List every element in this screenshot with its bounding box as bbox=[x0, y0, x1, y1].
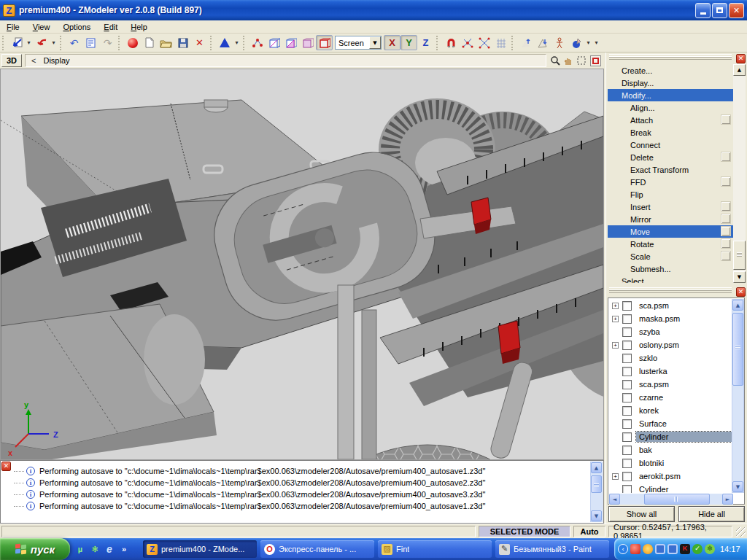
part-checkbox[interactable]: ✓ bbox=[622, 341, 632, 350]
unweld-vertices-button[interactable] bbox=[476, 35, 492, 50]
hide-all-button[interactable]: Hide all bbox=[678, 506, 745, 522]
tray-collapse-icon[interactable]: ‹ bbox=[618, 544, 628, 554]
part-checkbox[interactable]: ✓ bbox=[622, 393, 632, 402]
command-option-box[interactable] bbox=[721, 252, 730, 260]
delete-button[interactable]: ✕ bbox=[191, 35, 208, 50]
part-label[interactable]: maska.psm bbox=[636, 314, 733, 324]
part-item[interactable]: +✓aerokit.psm bbox=[609, 470, 733, 483]
select-region-icon[interactable] bbox=[576, 55, 587, 66]
scroll-left-icon[interactable]: ◄ bbox=[609, 494, 620, 505]
open-file-button[interactable] bbox=[158, 35, 174, 50]
start-button[interactable]: пуск bbox=[0, 538, 70, 560]
view-mode-button[interactable]: 3D bbox=[1, 54, 22, 67]
log-close-button[interactable]: ✕ bbox=[1, 462, 11, 471]
command-option-box[interactable] bbox=[721, 177, 730, 186]
face-mode-button[interactable] bbox=[282, 35, 299, 50]
command-item[interactable]: Attach bbox=[608, 114, 733, 126]
part-item[interactable]: +✓szklo bbox=[609, 351, 733, 365]
command-item[interactable]: Scale bbox=[608, 250, 733, 262]
object-mode-button[interactable] bbox=[316, 35, 333, 50]
scroll-down-icon[interactable]: ▼ bbox=[733, 271, 746, 283]
part-label[interactable]: oslony.psm bbox=[636, 340, 733, 350]
show-all-button[interactable]: Show all bbox=[608, 506, 675, 522]
scroll-up-icon[interactable]: ▲ bbox=[591, 462, 602, 473]
scroll-right-icon[interactable]: ► bbox=[722, 494, 733, 505]
scroll-down-icon[interactable]: ▼ bbox=[732, 481, 743, 492]
internet-explorer-icon[interactable]: e bbox=[102, 542, 117, 556]
command-option-box[interactable] bbox=[721, 202, 730, 211]
part-label[interactable]: lusterka bbox=[636, 366, 733, 376]
toolbar-overflow-chevron[interactable]: ▾ bbox=[592, 35, 600, 50]
menu-view[interactable]: View bbox=[26, 21, 57, 33]
part-item[interactable]: +✓szyba bbox=[609, 325, 733, 338]
log-window-button[interactable] bbox=[82, 35, 99, 50]
scrollbar-thumb[interactable] bbox=[733, 241, 746, 270]
title-bar[interactable]: Z premium400 - ZModeler ver 2.0.8 (Build… bbox=[0, 0, 747, 20]
pan-tool-icon[interactable] bbox=[562, 55, 574, 66]
command-item[interactable]: FFD bbox=[608, 176, 733, 188]
expand-icon[interactable]: + bbox=[612, 316, 619, 322]
part-label[interactable]: sca.psm bbox=[636, 300, 733, 311]
command-item[interactable]: Exact Transform bbox=[608, 163, 733, 176]
expand-icon[interactable]: + bbox=[612, 342, 619, 349]
part-item[interactable]: +✓bak bbox=[609, 443, 733, 456]
scroll-down-icon[interactable]: ▼ bbox=[591, 510, 602, 521]
part-label[interactable]: Cylinder bbox=[636, 484, 733, 493]
command-item[interactable]: Rotate bbox=[608, 238, 733, 250]
parts-scrollbar-horizontal[interactable]: ◄ ► bbox=[609, 494, 733, 505]
vertex-mode-button[interactable] bbox=[249, 35, 266, 50]
command-item[interactable]: Delete bbox=[608, 151, 733, 163]
part-item[interactable]: +✓sca.psm bbox=[609, 299, 733, 312]
panel-grip[interactable] bbox=[609, 54, 732, 60]
command-item[interactable]: Display... bbox=[608, 77, 733, 89]
part-item[interactable]: +✓Cylinder bbox=[609, 483, 733, 493]
new-file-button[interactable] bbox=[141, 35, 158, 50]
part-checkbox[interactable]: ✓ bbox=[622, 472, 632, 481]
part-item[interactable]: +✓sca.psm bbox=[609, 378, 733, 391]
paint-dropdown[interactable]: ▾ bbox=[584, 35, 592, 50]
part-label[interactable]: Cylinder bbox=[636, 432, 733, 442]
commands-scrollbar[interactable]: ▲ ▼ bbox=[733, 64, 746, 283]
polygon-mode-button[interactable] bbox=[299, 35, 316, 50]
part-checkbox[interactable]: ✓ bbox=[622, 419, 632, 429]
command-item[interactable]: Insert bbox=[608, 201, 733, 213]
command-option-box[interactable] bbox=[721, 239, 730, 248]
panel-grip[interactable] bbox=[609, 287, 732, 293]
log-scrollbar[interactable]: ▲ ▼ bbox=[590, 462, 603, 522]
icq-icon[interactable]: ✻ bbox=[88, 542, 102, 556]
import-button[interactable] bbox=[8, 35, 25, 50]
combobox-arrow-icon[interactable]: ▼ bbox=[369, 36, 381, 49]
viewport-breadcrumb-bar[interactable]: < Display bbox=[25, 54, 546, 67]
tray-network-icon[interactable] bbox=[667, 544, 678, 554]
part-checkbox[interactable]: ✓ bbox=[622, 367, 632, 376]
part-checkbox[interactable]: ✓ bbox=[622, 314, 632, 324]
import-dropdown[interactable]: ▾ bbox=[25, 35, 33, 50]
scrollbar-thumb[interactable] bbox=[732, 313, 743, 386]
part-label[interactable]: sca.psm bbox=[636, 379, 733, 389]
task-paint[interactable]: ✎ Безымянный3 - Paint bbox=[495, 540, 609, 558]
command-item[interactable]: Submesh... bbox=[608, 262, 733, 275]
part-checkbox[interactable]: ✓ bbox=[622, 380, 632, 389]
status-auto-toggle[interactable]: Auto bbox=[573, 526, 605, 537]
command-item[interactable]: Select... bbox=[608, 275, 733, 283]
command-item[interactable]: Align... bbox=[608, 101, 733, 114]
part-checkbox[interactable]: ✓ bbox=[622, 327, 632, 337]
scrollbar-thumb[interactable] bbox=[591, 475, 602, 493]
command-item[interactable]: Connect bbox=[608, 139, 733, 151]
paint-tool-button[interactable] bbox=[568, 35, 584, 50]
part-checkbox[interactable]: ✓ bbox=[622, 301, 632, 311]
expand-icon[interactable]: + bbox=[612, 303, 619, 309]
maximize-button[interactable] bbox=[712, 3, 727, 18]
weld-vertices-button[interactable] bbox=[459, 35, 476, 50]
task-fint-folder[interactable]: ▨ Fint bbox=[378, 540, 492, 558]
select-decrease-button[interactable] bbox=[534, 35, 551, 50]
menu-edit[interactable]: Edit bbox=[97, 21, 124, 33]
edge-mode-button[interactable] bbox=[266, 35, 282, 50]
part-label[interactable]: szyba bbox=[636, 327, 733, 337]
export-button[interactable] bbox=[33, 35, 50, 50]
menu-help[interactable]: Help bbox=[124, 21, 154, 33]
scrollbar-thumb[interactable] bbox=[644, 494, 710, 505]
undo-button[interactable]: ↶ bbox=[66, 35, 82, 50]
maximize-viewport-button[interactable] bbox=[590, 55, 601, 66]
part-item[interactable]: +✓czarne bbox=[609, 391, 733, 404]
